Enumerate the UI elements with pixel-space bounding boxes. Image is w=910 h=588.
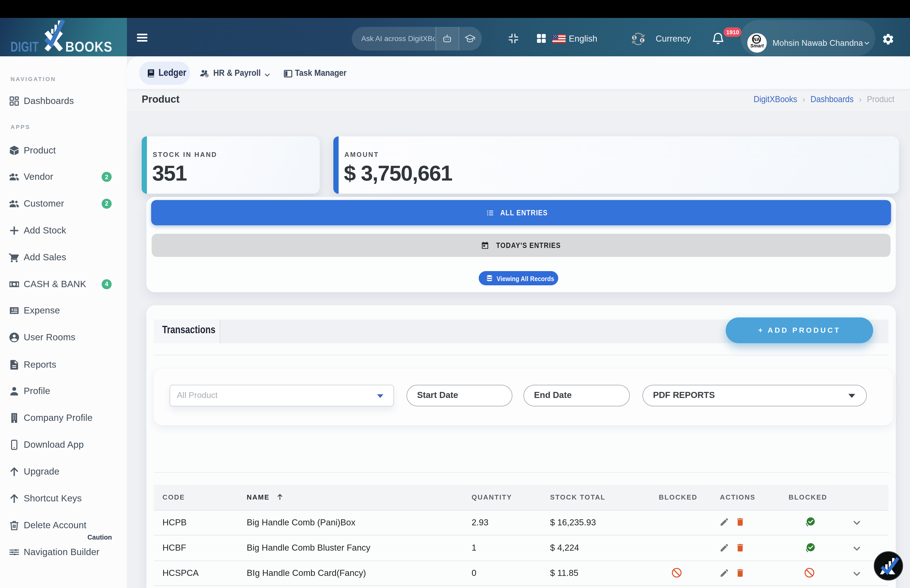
svg-text:€: € (641, 38, 643, 43)
svg-text:$: $ (633, 36, 636, 40)
svg-text:$: $ (11, 308, 13, 312)
